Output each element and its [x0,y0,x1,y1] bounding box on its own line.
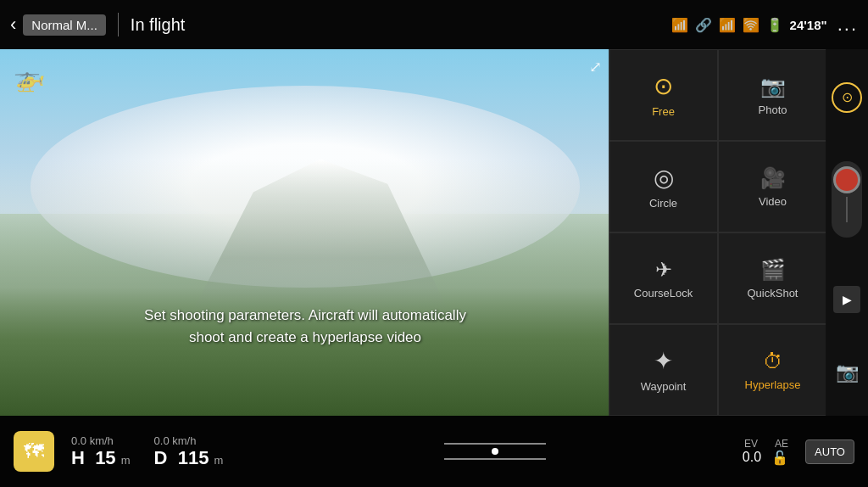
circle-label: Circle [649,197,677,210]
wifi-icon: 🛜 [743,17,760,33]
quickshot-label: QuickShot [748,287,798,299]
lock-icon: 🔓 [771,450,788,466]
d-prefix: D [154,447,168,468]
mode-panel: ⊙ Free 📷 Photo ◎ Circle 🎥 Video ✈ Course… [609,49,827,416]
horizontal-speed-stat: 0.0 km/h H 15 m [71,434,131,469]
battery-time: 24'18" [790,18,827,32]
mode-quickshot[interactable]: 🎬 QuickShot [718,232,827,324]
zoom-track [846,197,848,222]
more-button[interactable]: ... [837,14,858,36]
status-icons: 📶 🔗 📶 🛜 🔋 24'18" [671,17,827,33]
horizon-line [444,443,546,445]
h-altitude-value: H 15 m [71,447,131,469]
map-icon-symbol: 🗺 [24,439,44,463]
battery-icon: 🔋 [766,17,783,33]
playback-button[interactable]: ▶ [833,286,860,313]
expand-button[interactable]: ⤢ [589,58,602,76]
free-label: Free [652,105,675,118]
ev-ae-labels: EV AE [744,438,788,450]
distance-stat: 0.0 km/h D 115 m [154,434,224,469]
photo-label: Photo [759,104,787,116]
far-right-strip: ⊙ ▶ 📷 [826,49,868,416]
camera-button-right[interactable]: 📷 [836,361,859,383]
auto-button[interactable]: AUTO [805,439,854,464]
h-speed-label: 0.0 km/h [71,434,131,447]
bottom-bar: 🗺 0.0 km/h H 15 m 0.0 km/h D 115 m EV AE… [0,416,868,487]
mode-video[interactable]: 🎥 Video [718,141,827,232]
signal-bars-icon: 📶 [719,17,736,33]
waypoint-icon: ✦ [654,347,673,375]
hyperlapse-icon: ⏱ [763,350,783,373]
link-icon: 🔗 [695,17,712,33]
mode-photo[interactable]: 📷 Photo [718,49,827,141]
courselock-icon: ✈ [655,258,672,282]
ground-bg [0,160,610,416]
video-label: Video [759,195,787,208]
separator [118,13,119,36]
mode-label[interactable]: Normal M... [23,14,106,36]
video-icon: 🎥 [760,166,786,190]
horizon-indicator [247,439,742,463]
mode-free[interactable]: ⊙ Free [609,49,718,141]
flight-status: In flight [131,15,671,35]
mode-circle[interactable]: ◎ Circle [609,141,718,232]
waypoint-label: Waypoint [641,380,687,393]
wifi-signal-icon: 📶 [671,17,688,33]
mode-hyperlapse[interactable]: ⏱ Hyperlapse [718,324,827,416]
courselock-label: CourseLock [634,287,693,299]
hyperlapse-label: Hyperlapse [745,378,801,391]
back-button[interactable]: ‹ [10,14,16,36]
record-button[interactable] [833,166,860,193]
d-speed-label: 0.0 km/h [154,434,224,447]
subtitle-overlay: Set shooting parameters. Aircraft will a… [127,305,483,348]
top-bar: ‹ Normal M... In flight 📶 🔗 📶 🛜 🔋 24'18"… [0,0,868,49]
ae-label: AE [775,438,788,450]
photo-icon: 📷 [760,75,786,98]
left-sidebar: 🚁 [0,49,58,416]
exposure-stats: EV AE 0.0 🔓 [743,438,788,466]
h-prefix: H [71,447,85,468]
drone-icon: 🚁 [14,63,45,92]
indicator-dot [492,448,498,455]
gimbal-dial[interactable]: ⊙ [832,82,862,113]
circle-icon: ◎ [654,164,674,192]
mode-waypoint[interactable]: ✦ Waypoint [609,324,718,416]
d-distance-value: D 115 m [154,447,224,469]
quickshot-icon: 🎬 [760,258,786,282]
ev-label: EV [744,438,758,450]
ev-value: 0.0 [743,450,761,465]
video-feed: Set shooting parameters. Aircraft will a… [0,49,610,416]
mode-courselock[interactable]: ✈ CourseLock [609,232,718,324]
map-button[interactable]: 🗺 [14,431,54,472]
zoom-control[interactable] [832,161,862,238]
horizon-line-2 [444,458,546,460]
free-icon: ⊙ [654,72,673,100]
gimbal-icon: ⊙ [842,89,853,105]
